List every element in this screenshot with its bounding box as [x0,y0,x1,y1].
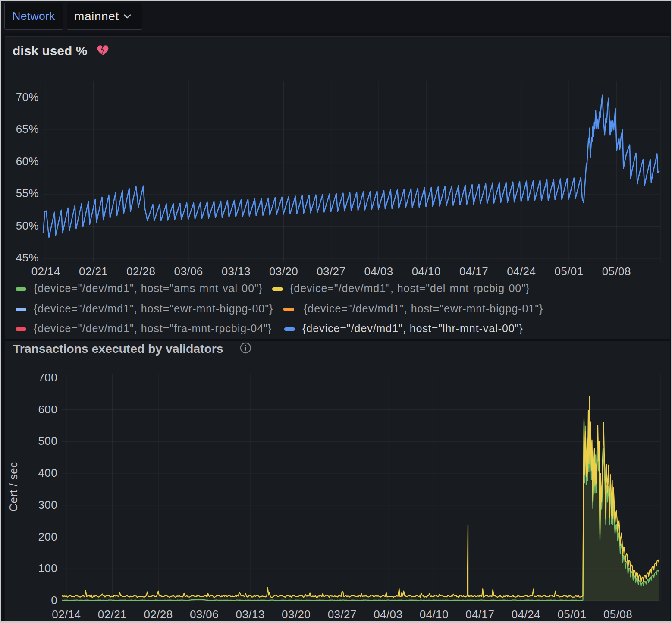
svg-text:05/01: 05/01 [557,608,586,621]
svg-text:300: 300 [38,498,57,511]
svg-text:65%: 65% [16,123,39,135]
svg-text:55%: 55% [16,187,39,200]
svg-text:02/28: 02/28 [144,608,173,621]
svg-text:04/03: 04/03 [364,265,393,278]
svg-text:03/13: 03/13 [222,265,251,278]
svg-text:05/08: 05/08 [602,265,631,278]
svg-text:03/06: 03/06 [174,265,203,278]
svg-text:Cert / sec: Cert / sec [7,462,20,511]
svg-text:03/20: 03/20 [269,265,298,278]
svg-text:03/20: 03/20 [282,608,311,621]
svg-text:03/13: 03/13 [236,608,265,621]
svg-text:100: 100 [38,562,57,575]
svg-text:04/17: 04/17 [465,608,494,621]
svg-text:600: 600 [38,403,57,416]
svg-text:200: 200 [38,530,57,543]
svg-text:02/14: 02/14 [31,265,60,278]
svg-text:04/24: 04/24 [507,265,536,278]
svg-text:02/21: 02/21 [98,608,127,621]
svg-text:04/10: 04/10 [412,265,441,278]
svg-text:700: 700 [38,371,57,384]
svg-text:04/10: 04/10 [420,608,449,621]
svg-text:50%: 50% [16,219,39,232]
svg-text:500: 500 [38,434,57,447]
svg-text:400: 400 [38,466,57,479]
svg-text:03/27: 03/27 [317,265,345,278]
svg-text:02/28: 02/28 [126,265,155,278]
svg-text:60%: 60% [16,155,39,168]
svg-text:02/21: 02/21 [79,265,108,278]
svg-text:0: 0 [51,594,57,607]
svg-text:70%: 70% [16,91,39,104]
svg-text:04/17: 04/17 [459,265,488,278]
svg-text:04/03: 04/03 [374,608,402,621]
svg-text:45%: 45% [16,251,39,264]
svg-text:04/24: 04/24 [512,608,540,621]
svg-text:02/14: 02/14 [52,608,81,621]
svg-text:05/08: 05/08 [603,608,632,621]
svg-text:05/01: 05/01 [554,265,583,278]
svg-text:03/27: 03/27 [328,608,357,621]
svg-text:03/06: 03/06 [190,608,219,621]
